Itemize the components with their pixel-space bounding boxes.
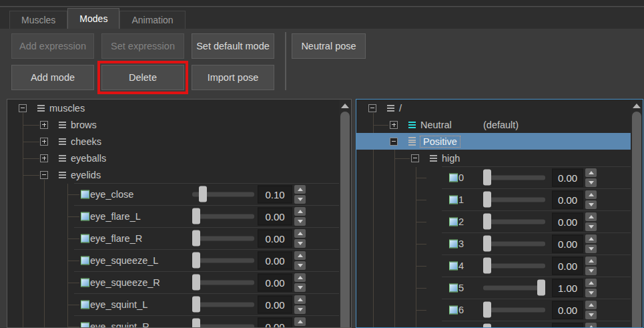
- tree-row-eyelids[interactable]: eyelids: [7, 166, 351, 183]
- slider-handle[interactable]: [192, 318, 200, 328]
- muscle-slider[interactable]: [192, 236, 254, 240]
- tree-row-eyeballs[interactable]: eyeballs: [7, 150, 351, 166]
- muscle-value-field[interactable]: 0.00: [258, 295, 292, 313]
- spin-up-button[interactable]: [585, 257, 597, 265]
- muscle-value-field[interactable]: 0.00: [258, 251, 292, 269]
- muscle-checkbox[interactable]: [81, 190, 89, 198]
- collapse-icon[interactable]: [19, 104, 27, 112]
- left-scrollbar[interactable]: [339, 100, 351, 327]
- mode-value-field[interactable]: 0.00: [552, 168, 583, 186]
- muscle-row-eye-squint-l[interactable]: eye_squint_L 0.00: [7, 293, 351, 315]
- muscle-slider[interactable]: [192, 192, 254, 196]
- mode-row-1[interactable]: 1 0.00: [356, 188, 643, 210]
- spin-up-button[interactable]: [585, 279, 597, 287]
- muscle-checkbox[interactable]: [81, 322, 89, 328]
- mode-value-field[interactable]: [552, 323, 583, 328]
- spin-down-button[interactable]: [585, 222, 597, 231]
- tab-modes[interactable]: Modes: [67, 8, 119, 29]
- spin-down-button[interactable]: [585, 200, 597, 209]
- mode-value-field[interactable]: 0.00: [552, 257, 583, 275]
- tab-animation[interactable]: Animation: [119, 11, 185, 29]
- spin-up-button[interactable]: [585, 323, 597, 328]
- muscle-slider[interactable]: [192, 214, 254, 218]
- scroll-up-button[interactable]: [339, 101, 351, 110]
- spin-down-button[interactable]: [294, 305, 306, 314]
- tree-row-positive-selected[interactable]: Positive: [356, 133, 643, 150]
- muscle-row-eye-close[interactable]: eye_close 0.10: [7, 183, 351, 205]
- muscle-value-field[interactable]: 0.00: [258, 207, 292, 225]
- slider-handle[interactable]: [192, 296, 200, 312]
- mode-row-5[interactable]: 5 1.00: [356, 277, 643, 299]
- mode-slider[interactable]: [483, 241, 545, 246]
- right-scrollbar[interactable]: [631, 100, 643, 327]
- tree-row-cheeks[interactable]: cheeks: [7, 133, 351, 150]
- tree-row-neutral[interactable]: Neutral (default): [356, 116, 643, 133]
- muscle-value-field[interactable]: 0.10: [258, 185, 292, 203]
- slider-handle[interactable]: [483, 169, 491, 185]
- mode-value-field[interactable]: 0.00: [552, 190, 583, 208]
- expand-icon[interactable]: [40, 154, 48, 162]
- mode-value-field[interactable]: 0.00: [552, 234, 583, 253]
- slider-handle[interactable]: [483, 301, 491, 317]
- mode-slider[interactable]: [483, 263, 545, 268]
- mode-checkbox[interactable]: [449, 261, 458, 270]
- mode-slider[interactable]: [483, 285, 545, 290]
- set-expression-button[interactable]: Set expression: [101, 33, 184, 59]
- import-pose-button[interactable]: Import pose: [192, 65, 274, 90]
- muscle-value-field[interactable]: 0.00: [258, 317, 292, 328]
- tab-muscles[interactable]: Muscles: [9, 11, 67, 29]
- spin-up-button[interactable]: [294, 229, 306, 238]
- spin-down-button[interactable]: [294, 195, 306, 204]
- mode-checkbox[interactable]: [449, 239, 458, 248]
- collapse-icon[interactable]: [411, 154, 419, 162]
- collapse-icon[interactable]: [390, 138, 398, 146]
- tree-row-brows[interactable]: brows: [7, 116, 351, 133]
- slider-handle[interactable]: [483, 191, 491, 207]
- muscle-slider[interactable]: [192, 324, 254, 328]
- neutral-pose-button[interactable]: Neutral pose: [292, 33, 366, 59]
- mode-row-7-partial[interactable]: [356, 321, 643, 328]
- muscle-slider[interactable]: [192, 258, 254, 263]
- spin-up-button[interactable]: [585, 190, 597, 199]
- mode-slider[interactable]: [483, 307, 545, 312]
- mode-value-field[interactable]: 0.00: [552, 212, 583, 230]
- muscle-row-eye-squint-r[interactable]: eye_squint_R 0.00: [7, 315, 351, 328]
- tree-row-high[interactable]: high: [356, 150, 643, 166]
- slider-handle[interactable]: [483, 235, 491, 251]
- muscle-row-eye-squeeze-l[interactable]: eye_squeeze_L 0.00: [7, 249, 351, 271]
- slider-handle[interactable]: [192, 208, 200, 224]
- spin-up-button[interactable]: [294, 317, 306, 326]
- mode-checkbox[interactable]: [449, 173, 458, 182]
- mode-row-0[interactable]: 0 0.00: [356, 166, 643, 188]
- muscle-checkbox[interactable]: [81, 256, 89, 265]
- collapse-icon[interactable]: [368, 104, 376, 112]
- spin-down-button[interactable]: [585, 244, 597, 253]
- mode-value-field[interactable]: 0.00: [552, 301, 583, 319]
- mode-slider[interactable]: [483, 197, 545, 202]
- collapse-icon[interactable]: [40, 171, 48, 179]
- mode-value-field[interactable]: 1.00: [552, 279, 583, 297]
- muscle-checkbox[interactable]: [81, 300, 89, 309]
- mode-checkbox[interactable]: [449, 283, 458, 292]
- slider-handle[interactable]: [537, 279, 545, 295]
- slider-handle[interactable]: [483, 323, 491, 328]
- mode-row-4[interactable]: 4 0.00: [356, 255, 643, 277]
- slider-handle[interactable]: [483, 257, 491, 273]
- spin-down-button[interactable]: [585, 178, 597, 187]
- mode-slider[interactable]: [483, 219, 545, 224]
- spin-up-button[interactable]: [585, 168, 597, 177]
- mode-checkbox[interactable]: [449, 305, 458, 314]
- spin-down-button[interactable]: [585, 267, 597, 275]
- slider-handle[interactable]: [192, 230, 200, 246]
- muscle-row-eye-flare-r[interactable]: eye_flare_R 0.00: [7, 227, 351, 249]
- slider-handle[interactable]: [192, 252, 200, 268]
- scroll-up-button[interactable]: [631, 101, 643, 110]
- spin-up-button[interactable]: [585, 212, 597, 221]
- add-expression-button[interactable]: Add expression: [11, 33, 94, 59]
- muscle-checkbox[interactable]: [81, 234, 89, 242]
- delete-button[interactable]: Delete: [101, 65, 184, 90]
- mode-checkbox[interactable]: [449, 195, 458, 204]
- expand-icon[interactable]: [40, 138, 48, 146]
- spin-up-button[interactable]: [294, 185, 306, 194]
- spin-down-button[interactable]: [294, 239, 306, 248]
